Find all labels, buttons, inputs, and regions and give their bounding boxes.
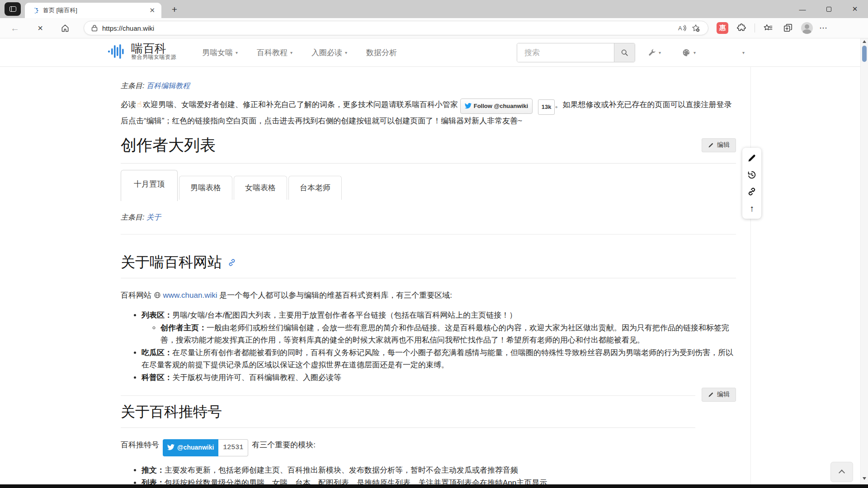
read-aloud-icon: A	[678, 24, 687, 32]
settings-more-button[interactable]: ⋯	[819, 23, 828, 33]
site-title: 喘百科	[131, 42, 176, 54]
page-scrollbar[interactable]	[860, 38, 868, 484]
tab-actions-button[interactable]	[5, 2, 21, 16]
follower-count-badge: 13k	[538, 99, 555, 115]
main-nav: 男喘女喘▾ 百科教程▾ 入圈必读▾ 数据分析	[202, 38, 397, 67]
tab-title: 首页 [喘百科]	[43, 6, 147, 14]
hatnote-main-article: 主条目: 百科编辑教程	[121, 81, 736, 91]
scrollbar-thumb[interactable]	[862, 46, 867, 62]
back-to-top-button[interactable]: ↑	[747, 203, 757, 213]
nav-item-mustread[interactable]: 入圈必读▾	[311, 47, 347, 58]
site-brand[interactable]: 喘百科 整合男喘女喘资源	[108, 42, 176, 61]
tab-male-table[interactable]: 男喘表格	[179, 176, 232, 200]
search-input[interactable]	[517, 43, 614, 62]
list-item: 科普区：关于版权与使用许可、百科编辑教程、入圈必读等	[142, 371, 736, 384]
main-article-link[interactable]: 百科编辑教程	[146, 82, 190, 89]
extensions-puzzle-icon	[736, 23, 746, 33]
palette-icon	[682, 48, 691, 57]
list-item: 推文：主要发布更新，包括老师创建主页、百科推出新模块、发布数据分析等，暂时不会主…	[142, 464, 736, 476]
chevron-down-icon: ▾	[290, 50, 292, 55]
twitter-icon	[465, 103, 472, 109]
svg-text:A: A	[678, 25, 682, 32]
history-button[interactable]	[747, 170, 757, 180]
favorite-add-icon	[691, 23, 700, 33]
read-aloud-button[interactable]: A	[675, 22, 689, 34]
scrollbar-up-arrow[interactable]	[863, 40, 866, 43]
home-icon	[61, 23, 70, 33]
minimize-button[interactable]: —	[789, 0, 816, 18]
nav-item-analytics[interactable]: 数据分析	[366, 47, 397, 58]
chevron-down-icon: ▾	[236, 50, 238, 55]
chevron-down-icon: ▾	[742, 50, 745, 55]
scrollbar-down-arrow[interactable]	[863, 477, 866, 480]
search-button[interactable]	[614, 43, 635, 62]
twitter-intro-paragraph: 百科推特号@chuanwiki12531有三个重要的模块:	[121, 439, 736, 456]
collections-button[interactable]	[781, 22, 795, 34]
list-item: 创作者主页：一般由老师们或粉丝们编辑创建，会放一些有意思的简介和作品链接。这是百…	[160, 322, 736, 346]
profile-avatar[interactable]	[801, 22, 813, 34]
scroll-top-button[interactable]	[830, 462, 853, 482]
pencil-icon	[708, 392, 714, 398]
tab-actions-icon	[9, 6, 16, 12]
twitter-icon	[167, 444, 175, 450]
pencil-icon	[747, 154, 756, 163]
extensions-button[interactable]	[735, 22, 748, 34]
loading-spinner-icon	[31, 7, 38, 14]
site-bullet-list: 列表区：男喘/女喘/台本/配图四大列表，主要用于放置创作者各平台链接（包括在喘百…	[121, 309, 736, 384]
tab-script-teachers[interactable]: 台本老师	[288, 176, 342, 200]
pointing-up-icon: ☝	[136, 99, 143, 109]
site-url-link[interactable]: www.chuan.wiki	[163, 291, 217, 300]
window-close-button[interactable]: ✕	[842, 0, 868, 18]
favorites-list-icon	[763, 23, 773, 33]
floating-page-tools: ↑	[742, 148, 761, 219]
nav-item-tutorial[interactable]: 百科教程▾	[257, 47, 292, 58]
intro-paragraph: 必读☝欢迎男喘、女喘爱好者创建、修正和补充自己了解的词条，更多技术问题请联系喘百…	[121, 98, 736, 127]
list-item: 列表区：男喘/女喘/台本/配图四大列表，主要用于放置创作者各平台链接（包括在喘百…	[142, 309, 736, 346]
hatnote-about: 主条目: 关于	[121, 213, 736, 222]
section-divider	[121, 395, 695, 396]
tab-october-pinned[interactable]: 十月置顶	[121, 170, 178, 201]
section-edit-button[interactable]: 编辑	[702, 388, 736, 402]
url-text: https://chuan.wiki	[102, 24, 675, 32]
add-favorite-button[interactable]	[689, 22, 703, 34]
chevron-up-icon	[839, 469, 845, 476]
article-content: 主条目: 百科编辑教程 必读☝欢迎男喘、女喘爱好者创建、修正和补充自己了解的词条…	[107, 67, 751, 488]
browser-titlebar: 首页 [喘百科] ✕ + — ✕	[0, 0, 868, 18]
about-link[interactable]: 关于	[146, 213, 161, 221]
home-button[interactable]	[57, 18, 73, 38]
list-item: 吃瓜区：在尽量让所有创作者都能被看到的同时，百科有义务标记风险，每一个小圈子都充…	[142, 347, 736, 371]
tools-menu[interactable]: ▾	[647, 38, 661, 67]
address-bar[interactable]: https://chuan.wiki A	[84, 21, 708, 35]
extension-hui-icon[interactable]: 惠	[717, 22, 728, 34]
nav-item-chuan[interactable]: 男喘女喘▾	[202, 47, 238, 58]
favorites-bar-button[interactable]	[761, 22, 775, 34]
twitter-follow-button[interactable]: Follow @chuanwiki	[460, 99, 533, 114]
link-icon[interactable]	[227, 258, 236, 267]
section-title-site: 关于喘百科网站	[121, 253, 736, 278]
search-icon	[621, 49, 628, 56]
browser-toolbar: ← × https://chuan.wiki A 惠 ⋯	[0, 18, 868, 38]
lock-icon	[91, 24, 98, 32]
user-menu[interactable]: ▾	[742, 38, 745, 67]
window-controls: — ✕	[789, 0, 868, 18]
tab-close-icon[interactable]: ✕	[147, 5, 157, 15]
globe-icon	[154, 291, 161, 299]
tab-female-table[interactable]: 女喘表格	[234, 176, 287, 200]
twitter-handle-badge[interactable]: @chuanwiki12531	[163, 439, 248, 456]
chevron-down-icon: ▾	[693, 50, 696, 55]
new-tab-button[interactable]: +	[168, 4, 181, 15]
site-subtitle: 整合男喘女喘资源	[131, 53, 176, 61]
permalink-button[interactable]	[747, 187, 757, 197]
stop-loading-button[interactable]: ×	[33, 18, 48, 38]
collections-icon	[783, 23, 793, 33]
browser-tab[interactable]: 首页 [喘百科] ✕	[25, 3, 161, 18]
creator-tabs: 十月置顶 男喘表格 女喘表格 台本老师	[121, 170, 736, 201]
edit-page-button[interactable]	[747, 153, 757, 163]
twitter-follower-count: 12531	[218, 439, 248, 456]
appearance-menu[interactable]: ▾	[682, 38, 696, 67]
section-edit-button[interactable]: 编辑	[702, 138, 736, 152]
back-button[interactable]: ←	[7, 18, 23, 38]
site-search	[517, 43, 635, 62]
waveform-logo-icon	[108, 42, 125, 61]
maximize-button[interactable]	[816, 0, 842, 18]
